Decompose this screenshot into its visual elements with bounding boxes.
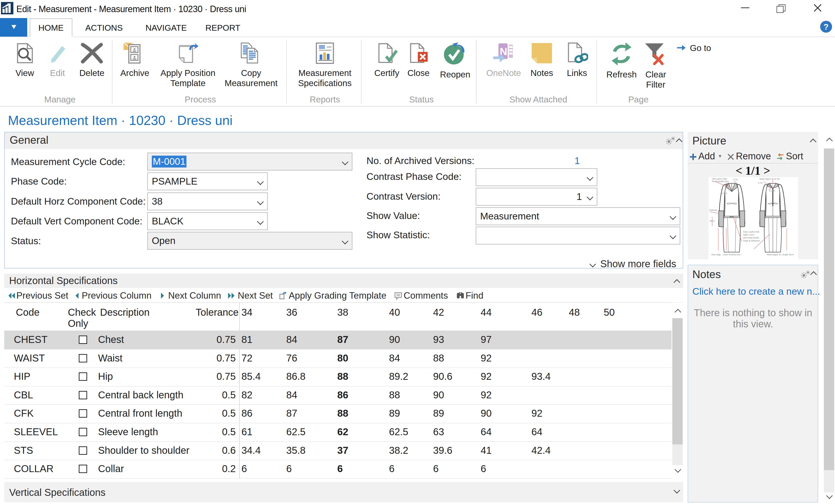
- svg-text:25cm: 25cm: [710, 220, 715, 222]
- svg-text:Metal zipper 3A at CB: Metal zipper 3A at CB: [759, 177, 779, 180]
- svg-text:loops at sideseam: loops at sideseam: [743, 239, 760, 242]
- svg-text:4.5 cm: 4.5 cm: [769, 190, 775, 192]
- svg-text:Fake Leather belt: Fake Leather belt: [743, 231, 759, 233]
- svg-text:New extrnl collar: New extrnl collar: [712, 177, 727, 180]
- svg-text:Raw edge: Raw edge: [711, 253, 721, 256]
- svg-text:Clean finished hem: Clean finished hem: [723, 253, 741, 256]
- svg-text:4 cm: 4 cm: [758, 182, 762, 184]
- svg-text:Metal zipper 3A, length 25cm: Metal zipper 3A, length 25cm: [767, 253, 794, 256]
- svg-text:width 1.5cm,: width 1.5cm,: [743, 234, 755, 236]
- svg-text:Cutseam: Cutseam: [709, 209, 717, 211]
- svg-text:3.2 cm: 3.2 cm: [721, 192, 727, 194]
- svg-text:with metal buckle: with metal buckle: [743, 236, 759, 239]
- svg-text:4 cm: 4 cm: [733, 178, 738, 181]
- svg-text:faced double layer: faced double layer: [712, 180, 729, 183]
